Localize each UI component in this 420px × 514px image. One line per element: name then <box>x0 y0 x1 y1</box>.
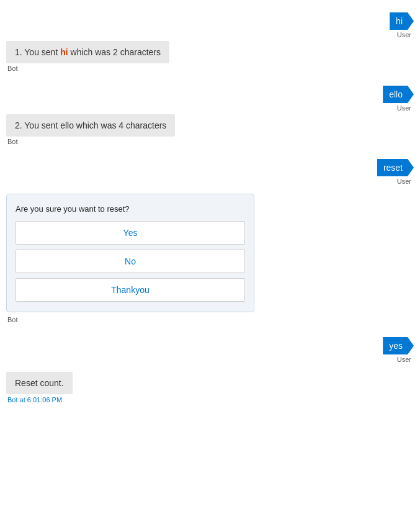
user-bubble-4: yes <box>383 337 414 354</box>
bot-timestamp: Bot at 6:01:06 PM <box>7 396 62 404</box>
user-bubble-1: hi <box>390 12 414 30</box>
confirm-question: Are you sure you want to reset? <box>16 204 245 214</box>
user-bubble-2: ello <box>383 86 414 103</box>
user-message-4: yes User <box>6 337 414 363</box>
user-bubble-3: reset <box>377 159 414 176</box>
user-label-4: User <box>397 356 411 363</box>
confirm-thankyou-button[interactable]: Thankyou <box>16 278 245 302</box>
highlight-hi: hi <box>60 47 68 57</box>
confirm-card: Are you sure you want to reset? Yes No T… <box>6 194 254 312</box>
bot-label-3: Bot <box>7 316 18 323</box>
user-message-2: ello User <box>6 86 414 112</box>
user-label-3: User <box>397 178 411 185</box>
bot-bubble-1: 1. You sent hi which was 2 characters <box>6 41 169 63</box>
user-message-3: reset User <box>6 159 414 185</box>
confirm-yes-button[interactable]: Yes <box>16 221 245 245</box>
user-message-1: hi User <box>6 12 414 38</box>
chat-container: hi User 1. You sent hi which was 2 chara… <box>0 0 420 412</box>
bot-message-3: Are you sure you want to reset? Yes No T… <box>6 194 414 323</box>
confirm-no-button[interactable]: No <box>16 250 245 273</box>
reset-count-bubble: Reset count. <box>6 372 73 394</box>
user-label-1: User <box>397 31 411 38</box>
bot-message-2: 2. You sent ello which was 4 characters … <box>6 114 414 145</box>
bot-label-1: Bot <box>7 65 18 72</box>
bot-message-4: Reset count. Bot at 6:01:06 PM <box>6 372 414 404</box>
bot-bubble-2: 2. You sent ello which was 4 characters <box>6 114 175 137</box>
user-label-2: User <box>397 104 411 112</box>
bot-message-1: 1. You sent hi which was 2 characters Bo… <box>6 41 414 72</box>
bot-label-2: Bot <box>7 138 18 145</box>
